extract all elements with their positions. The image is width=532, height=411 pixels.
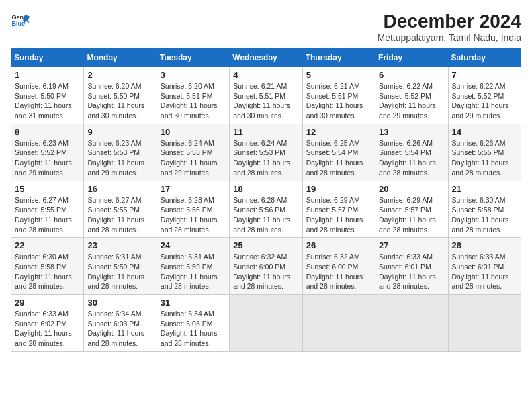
calendar-header-row: Sunday Monday Tuesday Wednesday Thursday…: [11, 49, 521, 67]
day-number: 19: [306, 184, 371, 194]
logo: General Blue: [11, 11, 31, 30]
day-detail: Sunrise: 6:26 AM Sunset: 5:55 PM Dayligh…: [452, 138, 517, 178]
day-detail: Sunrise: 6:23 AM Sunset: 5:52 PM Dayligh…: [15, 138, 80, 178]
calendar-cell: 20 Sunrise: 6:29 AM Sunset: 5:57 PM Dayl…: [375, 181, 448, 238]
calendar-cell: 8 Sunrise: 6:23 AM Sunset: 5:52 PM Dayli…: [11, 124, 84, 181]
calendar-cell: 30 Sunrise: 6:34 AM Sunset: 6:03 PM Dayl…: [84, 295, 157, 352]
calendar-cell: 11 Sunrise: 6:24 AM Sunset: 5:53 PM Dayl…: [230, 124, 302, 181]
day-number: 2: [87, 70, 152, 80]
day-number: 3: [161, 70, 226, 80]
calendar-week-2: 8 Sunrise: 6:23 AM Sunset: 5:52 PM Dayli…: [11, 124, 521, 181]
day-number: 14: [452, 127, 517, 137]
calendar-cell: [302, 295, 375, 352]
day-number: 22: [15, 240, 80, 250]
calendar-week-4: 22 Sunrise: 6:30 AM Sunset: 5:58 PM Dayl…: [11, 238, 521, 295]
calendar-cell: 22 Sunrise: 6:30 AM Sunset: 5:58 PM Dayl…: [11, 238, 84, 295]
calendar-cell: 4 Sunrise: 6:21 AM Sunset: 5:51 PM Dayli…: [230, 67, 302, 124]
day-number: 30: [87, 298, 152, 308]
calendar-cell: 13 Sunrise: 6:26 AM Sunset: 5:54 PM Dayl…: [375, 124, 448, 181]
header-wednesday: Wednesday: [230, 49, 302, 67]
day-detail: Sunrise: 6:30 AM Sunset: 5:58 PM Dayligh…: [15, 252, 80, 291]
header-friday: Friday: [375, 49, 448, 67]
day-number: 24: [161, 240, 226, 250]
calendar-cell: 17 Sunrise: 6:28 AM Sunset: 5:56 PM Dayl…: [157, 181, 229, 238]
day-number: 27: [379, 240, 444, 250]
day-detail: Sunrise: 6:24 AM Sunset: 5:53 PM Dayligh…: [161, 138, 226, 178]
calendar-cell: 23 Sunrise: 6:31 AM Sunset: 5:59 PM Dayl…: [84, 238, 157, 295]
calendar-cell: 25 Sunrise: 6:32 AM Sunset: 6:00 PM Dayl…: [230, 238, 302, 295]
day-detail: Sunrise: 6:21 AM Sunset: 5:51 PM Dayligh…: [233, 81, 298, 121]
calendar-cell: 19 Sunrise: 6:29 AM Sunset: 5:57 PM Dayl…: [302, 181, 375, 238]
day-number: 5: [306, 70, 371, 80]
day-detail: Sunrise: 6:32 AM Sunset: 6:00 PM Dayligh…: [306, 252, 371, 291]
calendar-cell: 1 Sunrise: 6:19 AM Sunset: 5:50 PM Dayli…: [11, 67, 84, 124]
calendar-cell: 24 Sunrise: 6:31 AM Sunset: 5:59 PM Dayl…: [157, 238, 229, 295]
calendar-cell: 12 Sunrise: 6:25 AM Sunset: 5:54 PM Dayl…: [302, 124, 375, 181]
calendar-cell: 14 Sunrise: 6:26 AM Sunset: 5:55 PM Dayl…: [448, 124, 521, 181]
calendar-cell: 31 Sunrise: 6:34 AM Sunset: 6:03 PM Dayl…: [157, 295, 229, 352]
day-number: 28: [452, 240, 517, 250]
calendar-cell: 9 Sunrise: 6:23 AM Sunset: 5:53 PM Dayli…: [84, 124, 157, 181]
day-detail: Sunrise: 6:28 AM Sunset: 5:56 PM Dayligh…: [233, 195, 298, 235]
day-detail: Sunrise: 6:28 AM Sunset: 5:56 PM Dayligh…: [161, 195, 226, 235]
calendar-cell: 26 Sunrise: 6:32 AM Sunset: 6:00 PM Dayl…: [302, 238, 375, 295]
calendar-body: 1 Sunrise: 6:19 AM Sunset: 5:50 PM Dayli…: [11, 67, 521, 352]
header-monday: Monday: [84, 49, 157, 67]
day-number: 1: [15, 70, 80, 80]
day-number: 4: [233, 70, 298, 80]
calendar-cell: 18 Sunrise: 6:28 AM Sunset: 5:56 PM Dayl…: [230, 181, 302, 238]
calendar-cell: 21 Sunrise: 6:30 AM Sunset: 5:58 PM Dayl…: [448, 181, 521, 238]
day-number: 7: [452, 70, 517, 80]
calendar-cell: [375, 295, 448, 352]
day-number: 31: [161, 298, 226, 308]
calendar-cell: [230, 295, 302, 352]
day-detail: Sunrise: 6:24 AM Sunset: 5:53 PM Dayligh…: [233, 138, 298, 178]
day-number: 16: [87, 184, 152, 194]
day-number: 15: [15, 184, 80, 194]
day-number: 8: [15, 127, 80, 137]
calendar-cell: 10 Sunrise: 6:24 AM Sunset: 5:53 PM Dayl…: [157, 124, 229, 181]
day-detail: Sunrise: 6:31 AM Sunset: 5:59 PM Dayligh…: [87, 252, 152, 291]
calendar-cell: 7 Sunrise: 6:22 AM Sunset: 5:52 PM Dayli…: [448, 67, 521, 124]
header: General Blue December 2024 Mettuppalaiya…: [11, 11, 521, 43]
day-detail: Sunrise: 6:33 AM Sunset: 6:02 PM Dayligh…: [15, 309, 80, 349]
header-tuesday: Tuesday: [157, 49, 229, 67]
calendar-cell: 3 Sunrise: 6:20 AM Sunset: 5:51 PM Dayli…: [157, 67, 229, 124]
day-detail: Sunrise: 6:25 AM Sunset: 5:54 PM Dayligh…: [306, 138, 371, 178]
main-title: December 2024: [377, 11, 521, 32]
day-number: 25: [233, 240, 298, 250]
day-detail: Sunrise: 6:20 AM Sunset: 5:51 PM Dayligh…: [161, 81, 226, 121]
day-number: 11: [233, 127, 298, 137]
calendar-cell: 15 Sunrise: 6:27 AM Sunset: 5:55 PM Dayl…: [11, 181, 84, 238]
day-number: 20: [379, 184, 444, 194]
calendar-cell: 5 Sunrise: 6:21 AM Sunset: 5:51 PM Dayli…: [302, 67, 375, 124]
day-detail: Sunrise: 6:32 AM Sunset: 6:00 PM Dayligh…: [233, 252, 298, 291]
day-number: 13: [379, 127, 444, 137]
calendar-cell: 16 Sunrise: 6:27 AM Sunset: 5:55 PM Dayl…: [84, 181, 157, 238]
day-number: 6: [379, 70, 444, 80]
day-number: 18: [233, 184, 298, 194]
day-number: 12: [306, 127, 371, 137]
day-detail: Sunrise: 6:29 AM Sunset: 5:57 PM Dayligh…: [306, 195, 371, 235]
calendar-week-3: 15 Sunrise: 6:27 AM Sunset: 5:55 PM Dayl…: [11, 181, 521, 238]
day-detail: Sunrise: 6:19 AM Sunset: 5:50 PM Dayligh…: [15, 81, 80, 121]
calendar-cell: 28 Sunrise: 6:33 AM Sunset: 6:01 PM Dayl…: [448, 238, 521, 295]
day-detail: Sunrise: 6:26 AM Sunset: 5:54 PM Dayligh…: [379, 138, 444, 178]
day-detail: Sunrise: 6:27 AM Sunset: 5:55 PM Dayligh…: [87, 195, 152, 235]
page-container: General Blue December 2024 Mettuppalaiya…: [11, 11, 521, 352]
calendar-cell: 29 Sunrise: 6:33 AM Sunset: 6:02 PM Dayl…: [11, 295, 84, 352]
subtitle: Mettuppalaiyam, Tamil Nadu, India: [377, 32, 521, 43]
calendar-table: Sunday Monday Tuesday Wednesday Thursday…: [11, 48, 521, 352]
day-number: 10: [161, 127, 226, 137]
logo-icon: General Blue: [11, 11, 30, 30]
day-detail: Sunrise: 6:33 AM Sunset: 6:01 PM Dayligh…: [452, 252, 517, 291]
calendar-cell: 6 Sunrise: 6:22 AM Sunset: 5:52 PM Dayli…: [375, 67, 448, 124]
day-detail: Sunrise: 6:21 AM Sunset: 5:51 PM Dayligh…: [306, 81, 371, 121]
calendar-week-5: 29 Sunrise: 6:33 AM Sunset: 6:02 PM Dayl…: [11, 295, 521, 352]
title-block: December 2024 Mettuppalaiyam, Tamil Nadu…: [377, 11, 521, 43]
day-detail: Sunrise: 6:34 AM Sunset: 6:03 PM Dayligh…: [161, 309, 226, 349]
calendar-week-1: 1 Sunrise: 6:19 AM Sunset: 5:50 PM Dayli…: [11, 67, 521, 124]
day-detail: Sunrise: 6:22 AM Sunset: 5:52 PM Dayligh…: [452, 81, 517, 121]
day-detail: Sunrise: 6:34 AM Sunset: 6:03 PM Dayligh…: [87, 309, 152, 349]
day-detail: Sunrise: 6:30 AM Sunset: 5:58 PM Dayligh…: [452, 195, 517, 235]
